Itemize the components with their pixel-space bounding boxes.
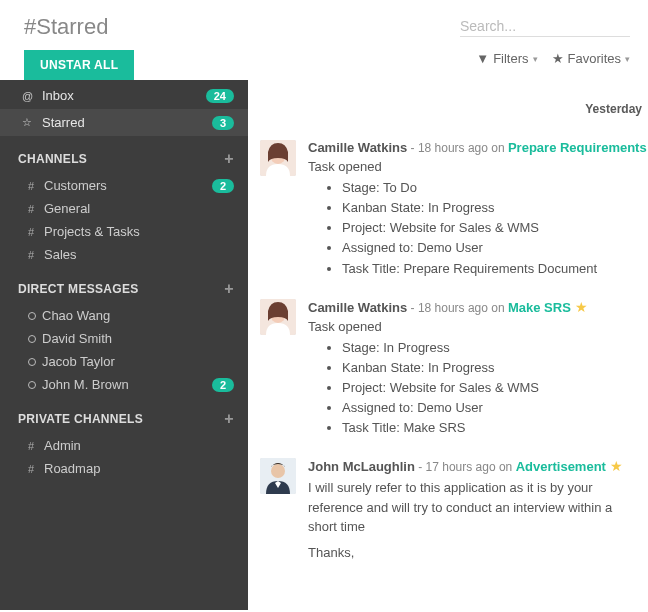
sidebar-item-label: Roadmap (44, 461, 234, 476)
message-header: Camille Watkins - 18 hours ago on Make S… (308, 299, 642, 315)
sidebar-item-label: Projects & Tasks (44, 224, 234, 239)
avatar[interactable] (260, 299, 296, 335)
list-item: Assigned to: Demo User (342, 238, 642, 258)
hash-icon: # (28, 203, 42, 215)
status-offline-icon (28, 312, 36, 320)
message-header: John McLaughlin - 17 hours ago on Advert… (308, 458, 642, 474)
sidebar-item[interactable]: David Smith (0, 327, 248, 350)
sidebar-item[interactable]: John M. Brown2 (0, 373, 248, 396)
favorites-dropdown[interactable]: ★ Favorites ▾ (552, 51, 630, 66)
status-offline-icon (28, 358, 36, 366)
filters-dropdown[interactable]: ▼ Filters ▾ (476, 51, 537, 66)
list-item: Kanban State: In Progress (342, 198, 642, 218)
svg-point-5 (271, 464, 285, 478)
sidebar-item[interactable]: #General (0, 197, 248, 220)
list-item: Project: Website for Sales & WMS (342, 218, 642, 238)
status-offline-icon (28, 335, 36, 343)
section-title: PRIVATE CHANNELS (18, 412, 143, 426)
plus-icon[interactable]: + (224, 150, 234, 168)
sidebar-item-label: Customers (44, 178, 212, 193)
list-item: Kanban State: In Progress (342, 358, 642, 378)
section-title: DIRECT MESSAGES (18, 282, 139, 296)
message-time: - 18 hours ago on (407, 141, 508, 155)
sidebar-item-label: Admin (44, 438, 234, 453)
message-paragraph: I will surely refer to this application … (308, 478, 642, 537)
badge-count: 2 (212, 179, 234, 193)
star-icon[interactable]: ★ (610, 458, 623, 474)
message-time: - 17 hours ago on (415, 460, 516, 474)
at-icon: @ (22, 90, 36, 102)
message-author[interactable]: Camille Watkins (308, 300, 407, 315)
hash-icon: # (28, 180, 42, 192)
message-body: John McLaughlin - 17 hours ago on Advert… (308, 458, 642, 568)
chevron-down-icon: ▾ (625, 54, 630, 64)
message-subject-link[interactable]: Prepare Requirements (508, 140, 647, 155)
message-lead: Task opened (308, 319, 642, 334)
list-item: Project: Website for Sales & WMS (342, 378, 642, 398)
sidebar-item-label: General (44, 201, 234, 216)
list-item: Assigned to: Demo User (342, 398, 642, 418)
message-time: - 18 hours ago on (407, 301, 508, 315)
sidebar-section-header: DIRECT MESSAGES+ (0, 266, 248, 304)
sidebar-top-starred[interactable]: ☆Starred3 (0, 109, 248, 136)
topbar: #Starred UNSTAR ALL ▼ Filters ▾ ★ Favori… (0, 0, 648, 80)
message: John McLaughlin - 17 hours ago on Advert… (248, 452, 648, 582)
search-input[interactable] (460, 16, 630, 37)
sidebar-item-label: Inbox (42, 88, 74, 103)
list-item: Task Title: Prepare Requirements Documen… (342, 259, 642, 279)
star-outline-icon: ☆ (22, 116, 36, 129)
section-title: CHANNELS (18, 152, 87, 166)
badge-count: 2 (212, 378, 234, 392)
badge-count: 3 (212, 116, 234, 130)
hash-icon: # (28, 463, 42, 475)
topbar-left: #Starred UNSTAR ALL (24, 14, 460, 80)
message-details-list: Stage: To DoKanban State: In ProgressPro… (328, 178, 642, 279)
sidebar-item[interactable]: #Customers2 (0, 174, 248, 197)
favorites-label: Favorites (568, 51, 621, 66)
sidebar-item-label: David Smith (42, 331, 234, 346)
day-separator: Yesterday (248, 80, 648, 134)
sidebar-item-label: John M. Brown (42, 377, 212, 392)
message-subject-link[interactable]: Make SRS (508, 300, 571, 315)
message-subject-link[interactable]: Advertisement (516, 459, 606, 474)
hash-icon: # (28, 226, 42, 238)
list-item: Task Title: Make SRS (342, 418, 642, 438)
sidebar-item[interactable]: #Projects & Tasks (0, 220, 248, 243)
filters-label: Filters (493, 51, 528, 66)
sidebar-item[interactable]: #Roadmap (0, 457, 248, 480)
message: Camille Watkins - 18 hours ago on Make S… (248, 293, 648, 453)
message-paragraph: Thanks, (308, 543, 642, 563)
message-lead: Task opened (308, 159, 642, 174)
message-feed: Yesterday Camille Watkins - 18 hours ago… (248, 80, 648, 610)
plus-icon[interactable]: + (224, 410, 234, 428)
message: Camille Watkins - 18 hours ago on Prepar… (248, 134, 648, 293)
sidebar-top-inbox[interactable]: @Inbox24 (0, 80, 248, 109)
avatar[interactable] (260, 458, 296, 494)
message-author[interactable]: Camille Watkins (308, 140, 407, 155)
hash-icon: # (28, 249, 42, 261)
topbar-right: ▼ Filters ▾ ★ Favorites ▾ (460, 14, 630, 66)
avatar[interactable] (260, 140, 296, 176)
star-icon[interactable]: ★ (575, 299, 588, 315)
funnel-icon: ▼ (476, 51, 489, 66)
page-title: #Starred (24, 14, 460, 40)
unstar-all-button[interactable]: UNSTAR ALL (24, 50, 134, 80)
sidebar-item-label: Starred (42, 115, 85, 130)
status-offline-icon (28, 381, 36, 389)
plus-icon[interactable]: + (224, 280, 234, 298)
sidebar-item[interactable]: #Sales (0, 243, 248, 266)
message-body: Camille Watkins - 18 hours ago on Prepar… (308, 140, 642, 279)
sidebar: @Inbox24☆Starred3 CHANNELS+#Customers2#G… (0, 80, 248, 610)
message-header: Camille Watkins - 18 hours ago on Prepar… (308, 140, 642, 155)
sidebar-item[interactable]: #Admin (0, 434, 248, 457)
list-item: Stage: In Progress (342, 338, 642, 358)
message-body: Camille Watkins - 18 hours ago on Make S… (308, 299, 642, 439)
sidebar-item[interactable]: Jacob Taylor (0, 350, 248, 373)
sidebar-item[interactable]: Chao Wang (0, 304, 248, 327)
chevron-down-icon: ▾ (533, 54, 538, 64)
star-icon: ★ (552, 51, 564, 66)
message-details-list: Stage: In ProgressKanban State: In Progr… (328, 338, 642, 439)
sidebar-item-label: Jacob Taylor (42, 354, 234, 369)
message-author[interactable]: John McLaughlin (308, 459, 415, 474)
filter-row: ▼ Filters ▾ ★ Favorites ▾ (476, 51, 630, 66)
